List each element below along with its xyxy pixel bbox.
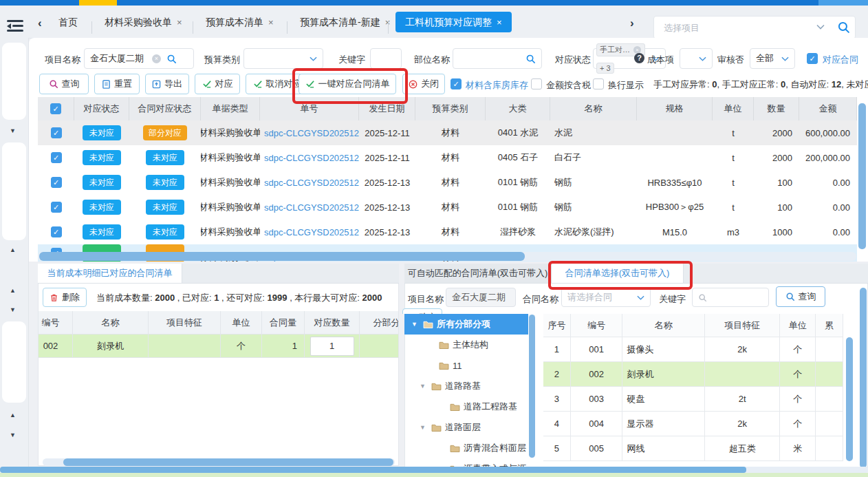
row-checkbox[interactable]: ✓: [51, 127, 62, 138]
query-button[interactable]: 查询: [39, 74, 89, 94]
tab-close-icon[interactable]: ×: [497, 17, 502, 28]
help-icon[interactable]: ?: [634, 53, 644, 63]
doc-no-link[interactable]: sdpc-CLCGYSD2025121300(: [260, 170, 359, 195]
reset-button[interactable]: 重置: [94, 74, 140, 94]
contract-select[interactable]: 请选择合同: [561, 288, 651, 307]
feature-cell: 2k: [705, 337, 780, 362]
collapse-down-icon[interactable]: ▼: [10, 127, 16, 134]
export-button[interactable]: 导出: [145, 74, 189, 94]
collapse-down-icon[interactable]: ▼: [10, 432, 16, 438]
row-checkbox[interactable]: ✓: [51, 152, 62, 163]
table-row[interactable]: ✓ 未对应 未对应 材料采购验收单 sdpc-CLCGYSD2025121300…: [38, 195, 857, 220]
match-contract-checkbox[interactable]: ✓: [807, 53, 818, 64]
contract-table-vscrollbar-thumb[interactable]: [846, 337, 853, 461]
left-collapsed-sidebar: ▼ ▲ ▲ ▼ ▲ ▼: [0, 38, 29, 477]
main-table-hscrollbar-thumb[interactable]: [39, 252, 525, 261]
cum-cell: [816, 387, 843, 412]
audit-select[interactable]: 全部: [750, 48, 795, 69]
tab-auto-matchable-contract-list[interactable]: 可自动匹配的合同清单(双击可带入): [404, 264, 552, 283]
folder-icon: [450, 403, 460, 411]
bottom-left-hscrollbar-track[interactable]: [43, 458, 395, 466]
clear-icon[interactable]: ×: [152, 54, 161, 63]
tab-home[interactable]: 首页: [58, 12, 78, 32]
query-button[interactable]: 查询: [776, 286, 825, 307]
tabs-scroll-left-icon[interactable]: ‹: [38, 17, 42, 29]
contract-item-row[interactable]: 4 004 显示器 2k 个: [543, 412, 843, 436]
location-search-icon[interactable]: [525, 54, 536, 64]
table-row[interactable]: ✓ 未对应 未对应 材料采购验收单 sdpc-CLCGYSD2025121300…: [38, 170, 857, 195]
page-hscrollbar-thumb[interactable]: [0, 467, 746, 473]
name-cell: 硬盘: [622, 387, 704, 412]
tab-material-receipt[interactable]: 材料采购验收单×: [105, 12, 182, 32]
row-checkbox[interactable]: ✓: [51, 226, 62, 237]
caret-down-icon[interactable]: ▼: [420, 424, 428, 431]
page-hscrollbar-track[interactable]: [0, 467, 868, 473]
tab-budget-list[interactable]: 预算成本清单×: [206, 12, 274, 32]
keyword-input[interactable]: [370, 48, 402, 69]
matched-row[interactable]: 002 刻录机 个 1 1: [39, 335, 398, 358]
page-vscrollbar-thumb[interactable]: [860, 288, 867, 468]
material-stock-checkbox[interactable]: ✓: [451, 78, 462, 89]
col-header: 数量: [754, 97, 799, 120]
menu-collapse-icon[interactable]: [7, 20, 23, 32]
collapse-up-icon[interactable]: ▲: [10, 287, 16, 294]
main-table-hscrollbar-track[interactable]: [38, 252, 856, 261]
doc-no-link[interactable]: sdpc-CLCGYSD2025121200(: [260, 145, 359, 170]
project-name-input[interactable]: 金石大厦二期 ×: [84, 48, 194, 69]
tree-item-road-engineering-subgrade[interactable]: 道路工程路基: [404, 396, 528, 417]
tree-item-asphalt-penetration[interactable]: 沥青贯入式与沥: [404, 458, 528, 467]
tree-item-all-sections[interactable]: ▼ 所有分部分项: [404, 314, 528, 335]
match-button[interactable]: 对应: [195, 74, 240, 94]
doc-no-link[interactable]: sdpc-CLCGYSD2025121300(: [260, 220, 359, 244]
contract-item-row-selected[interactable]: 2 002 刻录机 个: [543, 362, 843, 387]
bottom-left-hscrollbar-thumb[interactable]: [63, 458, 393, 466]
doc-no-link[interactable]: sdpc-CLCGYSD2025121300(: [260, 195, 359, 220]
tab-close-icon[interactable]: ×: [268, 17, 274, 28]
tree-item-road-surface[interactable]: ▼ 道路面层: [404, 417, 528, 438]
tab-contract-list-select[interactable]: 合同清单选择(双击可带入): [552, 264, 684, 283]
match-status-more-tag[interactable]: + 3: [596, 63, 614, 74]
tabs-scroll-right-icon[interactable]: ›: [630, 17, 634, 29]
tree-item-road-subgrade[interactable]: ▼ 道路路基: [404, 376, 528, 396]
budget-type-select[interactable]: [243, 48, 323, 69]
caret-down-icon[interactable]: ▼: [411, 321, 420, 328]
table-row[interactable]: ✓ 未对应 未对应 材料采购验收单 sdpc-CLCGYSD2025121300…: [38, 220, 857, 245]
location-name-input[interactable]: [453, 48, 542, 69]
tab-budget-list-new[interactable]: 预算成本清单-新建×: [300, 12, 390, 32]
tab-current-matched-contract[interactable]: 当前成本明细已对应的合同清单: [38, 264, 182, 283]
collapse-up-icon[interactable]: ▲: [10, 412, 16, 418]
confirm-button[interactable]: 确定: [402, 308, 442, 314]
row-checkbox[interactable]: ✓: [51, 202, 62, 213]
amount-cell: 600,000.00: [799, 120, 857, 145]
tree-item-asphalt-mixture-surface[interactable]: 沥青混合料面层: [404, 438, 528, 458]
close-button[interactable]: 关闭: [402, 74, 445, 94]
table-row[interactable]: ✓ 未对应 部分对应 材料采购验收单 sdpc-CLCGYSD202512120…: [38, 120, 857, 146]
one-click-match-button[interactable]: 一键对应合同清单: [299, 74, 396, 94]
tree-item-11[interactable]: 11: [404, 355, 528, 376]
tree-item-main-structure[interactable]: 主体结构: [404, 335, 528, 355]
wrap-display-checkbox[interactable]: [593, 78, 604, 89]
collapse-down-icon[interactable]: ▼: [10, 306, 16, 313]
doc-no-link[interactable]: sdpc-CLCGYSD2025121200(: [260, 120, 359, 145]
contract-item-row[interactable]: 1 001 摄像头 2k 个: [543, 337, 843, 362]
chevron-down-icon[interactable]: [816, 24, 825, 30]
delete-button[interactable]: 删除: [43, 288, 87, 307]
keyword-input[interactable]: [692, 288, 769, 307]
main-table-vscrollbar-thumb[interactable]: [858, 103, 866, 249]
contract-item-row[interactable]: 5 005 网线 超五类 米: [543, 436, 843, 461]
project-search-icon[interactable]: [166, 54, 177, 64]
contract-item-row[interactable]: 3 003 硬盘 2t 个: [543, 387, 843, 412]
tab-budget-match-adjust-active[interactable]: 工料机预算对应调整×: [395, 12, 512, 32]
cost-item-select[interactable]: [680, 48, 713, 69]
table-row[interactable]: ✓ 未对应 未对应 材料采购验收单 sdpc-CLCGYSD2025121200…: [38, 145, 857, 171]
project-select[interactable]: 选择项目: [653, 16, 856, 39]
project-search-icon[interactable]: [837, 21, 850, 36]
tab-close-icon[interactable]: ×: [177, 17, 182, 28]
caret-down-icon[interactable]: ▼: [420, 383, 428, 390]
collapse-up-icon[interactable]: ▲: [10, 246, 16, 253]
row-checkbox[interactable]: ✓: [51, 177, 62, 188]
tree-vscrollbar-thumb[interactable]: [529, 315, 535, 458]
select-all-checkbox[interactable]: ✓: [50, 103, 61, 114]
match-qty-input[interactable]: 1: [310, 337, 354, 356]
amount-with-tax-checkbox[interactable]: [531, 78, 542, 89]
